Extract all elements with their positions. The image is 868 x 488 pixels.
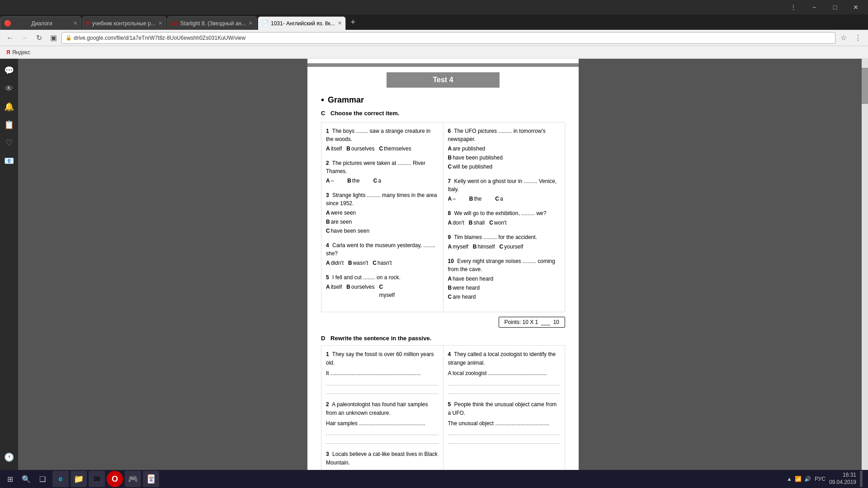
show-desktop-button[interactable]: [860, 471, 863, 487]
q7-text: Kelly went on a ghost tour in ......... …: [448, 178, 557, 192]
section-d-instruction: Rewrite the sentence in the passive.: [330, 335, 431, 342]
q3-a: Awere seen: [326, 209, 439, 217]
points-label: Points:: [505, 319, 521, 325]
q10-a: Ahave been heard: [448, 275, 561, 283]
reload-button[interactable]: ↻: [33, 32, 45, 44]
taskbar-edge[interactable]: e: [52, 471, 69, 487]
sidebar-history-icon[interactable]: 🕐: [1, 449, 17, 465]
bookmark-yandex[interactable]: Я Яндекс: [4, 48, 33, 56]
q6-a: Aare published: [448, 145, 561, 153]
q6-answers: Aare published Bhave been published Cwil…: [448, 145, 561, 171]
test-header: Test 4: [387, 72, 500, 88]
question-9: 9 Tim blames ......... for the accident.…: [448, 233, 561, 251]
q7-num: 7: [448, 178, 451, 184]
rq1-blank-line2: [326, 387, 439, 394]
q4-b: Bwasn't: [348, 259, 368, 267]
rq4-num: 4: [448, 351, 451, 357]
grammar-section-title: • Grammar: [321, 95, 565, 105]
back-button[interactable]: ←: [4, 32, 16, 44]
sidebar-view-icon[interactable]: 👁: [1, 80, 17, 97]
points-inner: Points: 10 X 1 ___ 10: [499, 317, 565, 328]
maximize-button[interactable]: □: [825, 0, 845, 14]
scrollbar-thumb[interactable]: [862, 68, 868, 104]
taskbar-app5[interactable]: 🎮: [125, 471, 141, 487]
sidebar-heart-icon[interactable]: ♡: [1, 135, 17, 151]
rewrite-left-col: 1 They say the fossil is over 60 million…: [321, 346, 443, 470]
wifi-icon: 📶: [795, 476, 802, 482]
taskbar-opera[interactable]: O: [107, 471, 123, 487]
section-d-label: D: [321, 335, 325, 342]
q4-text: Carla went to the museum yesterday, ....…: [326, 242, 435, 257]
section-c-title: C Choose the correct item.: [321, 110, 565, 117]
tab-uchebnik[interactable]: Я учебник контрольные р... ✕: [82, 16, 166, 30]
address-text: drive.google.com/file/d/1a7eTnrW7t8z-8Uo…: [74, 35, 245, 41]
q9-c: Cyourself: [500, 243, 524, 251]
rq4-text: They called a local zoologist to identif…: [448, 351, 556, 366]
taskbar: ⊞ 🔍 ❑ e 📁 ✉ O 🎮 🃏 ▲ 📶 🔊 РУС 16:31 09.04.…: [0, 470, 868, 488]
address-bar[interactable]: 🔒 drive.google.com/file/d/1a7eTnrW7t8z-8…: [61, 32, 835, 44]
q1-b: Bourselves: [346, 145, 374, 153]
rq2-blank-prefix: Hair samples ...........................…: [326, 420, 425, 427]
window-controls: ⋮ − □ ✕: [783, 0, 866, 14]
tab-close-1031[interactable]: ✕: [338, 20, 342, 26]
tab-close-starlight[interactable]: ✕: [249, 20, 253, 26]
q10-answers: Ahave been heard Bwere heard Care heard: [448, 275, 561, 301]
tab-1031[interactable]: 📄 1031- Английский яз. 8к... ✕: [258, 16, 346, 30]
forward-button[interactable]: →: [18, 32, 31, 44]
nav-bar: ← → ↻ ▣ 🔒 drive.google.com/file/d/1a7eTn…: [0, 30, 868, 46]
sidebar-notification-icon[interactable]: 🔔: [1, 99, 17, 115]
q8-num: 8: [448, 210, 451, 216]
tab-icon-dialogi: 🔴: [4, 20, 11, 27]
sidebar-mail-icon[interactable]: 📧: [1, 153, 17, 169]
taskbar-folder[interactable]: 📁: [71, 471, 87, 487]
section-c-instruction: Choose the correct item.: [330, 110, 399, 117]
q8-a: Adon't: [448, 219, 464, 227]
tab-close-dialogi[interactable]: ✕: [73, 20, 77, 26]
q4-answers: Adidn't Bwasn't Chasn't: [326, 259, 439, 267]
q6-b: Bhave been published: [448, 154, 561, 162]
bookmark-yandex-icon: Я: [6, 49, 10, 56]
q9-num: 9: [448, 234, 451, 240]
rq2-text: A paleontologist has found hair samples …: [326, 401, 428, 416]
rewrite-q2: 2 A paleontologist has found hair sample…: [326, 400, 439, 444]
tab-close-uchebnik[interactable]: ✕: [158, 20, 162, 26]
tray-icon1: ▲: [787, 476, 792, 482]
search-button[interactable]: 🔍: [18, 471, 34, 487]
new-tab-button[interactable]: +: [347, 16, 359, 28]
question-10: 10 Every night strange noises ......... …: [448, 257, 561, 301]
rq5-blank-line2: [448, 436, 561, 444]
minimize-button[interactable]: −: [804, 0, 825, 14]
sidebar-clipboard-icon[interactable]: 📋: [1, 117, 17, 133]
rq2-num: 2: [326, 401, 329, 408]
tab-icon-uchebnik: Я: [86, 20, 90, 27]
tab-label-1031: 1031- Английский яз. 8к...: [271, 20, 335, 27]
close-button[interactable]: ✕: [845, 0, 866, 14]
bullet-icon: •: [321, 95, 324, 105]
sidebar-chat-icon[interactable]: 💬: [1, 62, 17, 79]
tab-dialogi[interactable]: 🔴 Диалоги ✕: [0, 16, 81, 30]
bookmark-button[interactable]: ☆: [837, 32, 850, 44]
taskbar-app6[interactable]: 🃏: [143, 471, 159, 487]
q5-answers: Aitself Bourselves Cmyself: [326, 283, 439, 299]
points-box: Points: 10 X 1 ___ 10: [321, 317, 565, 328]
taskbar-apps: e 📁 ✉ O 🎮 🃏: [52, 471, 159, 487]
rq5-blank-prefix: The unusual object .....................…: [448, 420, 550, 427]
settings-button[interactable]: ⋮: [783, 0, 804, 14]
q8-b: Bshall: [469, 219, 485, 227]
tab-starlight[interactable]: AB Starlight 8. (Звездный ан... ✕: [167, 16, 257, 30]
task-view-button[interactable]: ❑: [34, 471, 51, 487]
q2-b: Bthe: [347, 177, 359, 185]
extensions-button[interactable]: ▣: [47, 32, 60, 44]
nav-more-button[interactable]: ⋮: [852, 32, 864, 44]
q9-text: Tim blames ......... for the accident.: [454, 234, 537, 240]
rq4-blank-prefix: A local zoologist ......................…: [448, 370, 547, 376]
taskbar-mail[interactable]: ✉: [89, 471, 105, 487]
q2-num: 2: [326, 160, 329, 166]
q10-num: 10: [448, 258, 454, 264]
q3-c: Chave been seen: [326, 227, 439, 235]
q3-answers: Awere seen Bare seen Chave been seen: [326, 209, 439, 235]
rq4-blank-line2: [448, 387, 561, 394]
q5-a: Aitself: [326, 283, 342, 299]
start-button[interactable]: ⊞: [2, 471, 18, 487]
rq3-text: Locals believe a cat-like beast lives in…: [326, 451, 438, 466]
